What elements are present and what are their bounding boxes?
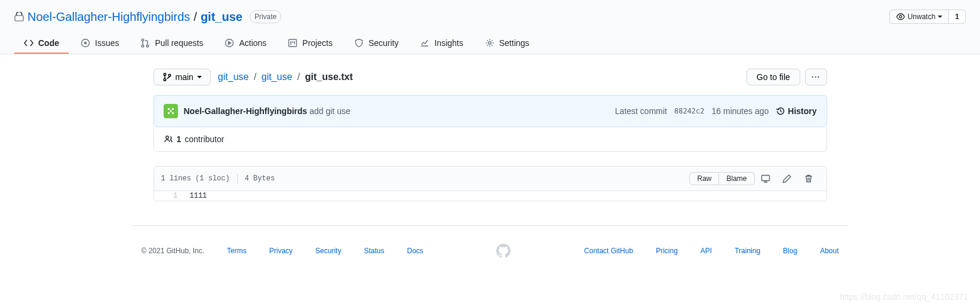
line-number[interactable]: 1	[154, 191, 184, 201]
commit-sha[interactable]: 88242c2	[674, 107, 705, 115]
desktop-button[interactable]	[755, 171, 776, 186]
tab-label: Insights	[434, 38, 463, 48]
edit-button[interactable]	[776, 171, 798, 186]
tab-pull-requests[interactable]: Pull requests	[131, 33, 213, 54]
shield-icon	[354, 38, 364, 48]
svg-point-5	[147, 45, 149, 47]
contributor-label: contributor	[185, 134, 224, 144]
commit-time[interactable]: 16 minutes ago	[712, 106, 769, 116]
tab-label: Code	[38, 38, 59, 48]
svg-point-0	[899, 16, 902, 18]
watch-count[interactable]: 1	[949, 10, 966, 24]
footer-privacy[interactable]: Privacy	[269, 247, 293, 255]
file-box: 1 lines (1 sloc) 4 Bytes Raw Blame	[153, 166, 827, 201]
svg-rect-18	[761, 176, 769, 181]
branch-select-button[interactable]: main	[153, 69, 211, 85]
footer-terms[interactable]: Terms	[227, 247, 247, 255]
unwatch-label: Unwatch	[908, 13, 936, 21]
breadcrumb-sep: /	[251, 72, 259, 82]
pr-icon	[140, 38, 150, 48]
tab-label: Issues	[95, 38, 119, 48]
caret-down-icon	[938, 14, 942, 19]
trash-icon	[804, 174, 813, 183]
footer-about[interactable]: About	[820, 247, 838, 255]
graph-icon	[420, 38, 429, 48]
repo-header: Noel-Gallagher-Highflyingbirds / git_use…	[0, 0, 980, 54]
svg-point-9	[164, 73, 166, 76]
tab-label: Pull requests	[155, 38, 203, 48]
tab-security[interactable]: Security	[345, 33, 408, 54]
breadcrumb-root[interactable]: git_use	[218, 72, 249, 82]
history-icon	[776, 106, 785, 116]
contributor-count: 1	[177, 134, 182, 144]
commit-box: Noel-Gallagher-Highflyingbirds add git u…	[153, 95, 827, 127]
footer-security[interactable]: Security	[315, 247, 341, 255]
file-bytes-info: 4 Bytes	[245, 174, 275, 183]
svg-rect-14	[168, 112, 170, 114]
repo-tabs: Code Issues Pull requests Actions Projec…	[14, 33, 966, 54]
caret-down-icon	[197, 75, 202, 79]
commit-author[interactable]: Noel-Gallagher-Highflyingbirds	[184, 106, 308, 116]
footer-contact[interactable]: Contact GitHub	[584, 247, 633, 255]
footer-blog[interactable]: Blog	[783, 247, 797, 255]
tab-label: Actions	[239, 38, 266, 48]
svg-rect-15	[172, 112, 174, 114]
more-options-button[interactable]: ···	[805, 69, 827, 85]
lock-icon	[14, 12, 24, 22]
commit-message[interactable]: add git use	[309, 106, 351, 116]
contributors-box: 1 contributor	[153, 127, 827, 152]
tab-label: Settings	[499, 38, 530, 48]
raw-blame-group: Raw Blame	[689, 172, 754, 185]
branch-name: main	[176, 72, 193, 82]
svg-point-11	[168, 74, 171, 76]
footer-status[interactable]: Status	[364, 247, 384, 255]
github-logo-icon[interactable]	[496, 244, 511, 258]
blame-button[interactable]: Blame	[719, 172, 754, 185]
file-nav-right: Go to file ···	[746, 69, 827, 85]
file-header: 1 lines (1 sloc) 4 Bytes Raw Blame	[154, 167, 827, 191]
footer-training[interactable]: Training	[735, 247, 760, 255]
history-link[interactable]: History	[776, 106, 816, 116]
footer-api[interactable]: API	[701, 247, 712, 255]
repo-title-row: Noel-Gallagher-Highflyingbirds / git_use…	[14, 10, 966, 24]
file-lines-info: 1 lines (1 sloc)	[161, 174, 230, 183]
pencil-icon	[782, 174, 792, 183]
desktop-icon	[761, 174, 770, 183]
tab-settings[interactable]: Settings	[475, 33, 539, 54]
owner-link[interactable]: Noel-Gallagher-Highflyingbirds	[27, 10, 190, 24]
branch-icon	[162, 72, 172, 82]
file-nav-row: main git_use / git_use / git_use.txt Go …	[153, 69, 827, 85]
footer-right: Contact GitHub Pricing API Training Blog…	[584, 247, 838, 255]
code-icon	[24, 38, 33, 48]
repo-link[interactable]: git_use	[201, 10, 242, 24]
breadcrumb-dir[interactable]: git_use	[262, 72, 293, 82]
svg-point-2	[85, 42, 87, 44]
play-icon	[225, 38, 234, 48]
svg-rect-16	[170, 110, 171, 112]
tab-projects[interactable]: Projects	[278, 33, 342, 54]
tab-issues[interactable]: Issues	[71, 33, 128, 54]
project-icon	[288, 38, 297, 48]
footer-docs[interactable]: Docs	[407, 247, 423, 255]
svg-point-17	[165, 136, 168, 139]
raw-button[interactable]: Raw	[689, 172, 719, 185]
footer-left: © 2021 GitHub, Inc. Terms Privacy Securi…	[142, 247, 423, 255]
commit-left: Noel-Gallagher-Highflyingbirds add git u…	[164, 104, 351, 118]
tab-insights[interactable]: Insights	[410, 33, 472, 54]
footer-pricing[interactable]: Pricing	[656, 247, 678, 255]
tab-label: Projects	[302, 38, 333, 48]
file-actions: Raw Blame	[689, 171, 819, 186]
tab-code[interactable]: Code	[14, 33, 69, 54]
go-to-file-button[interactable]: Go to file	[746, 69, 800, 85]
file-info: 1 lines (1 sloc) 4 Bytes	[161, 174, 275, 183]
svg-rect-13	[172, 108, 174, 110]
tab-actions[interactable]: Actions	[215, 33, 276, 54]
unwatch-button[interactable]: Unwatch	[889, 10, 950, 24]
history-label: History	[788, 106, 816, 116]
commit-right: Latest commit 88242c2 16 minutes ago His…	[615, 106, 817, 116]
file-content: 1 1111	[154, 191, 827, 201]
svg-point-10	[164, 79, 166, 81]
delete-button[interactable]	[798, 171, 819, 186]
footer: © 2021 GitHub, Inc. Terms Privacy Securi…	[132, 225, 849, 270]
avatar[interactable]	[164, 104, 178, 118]
